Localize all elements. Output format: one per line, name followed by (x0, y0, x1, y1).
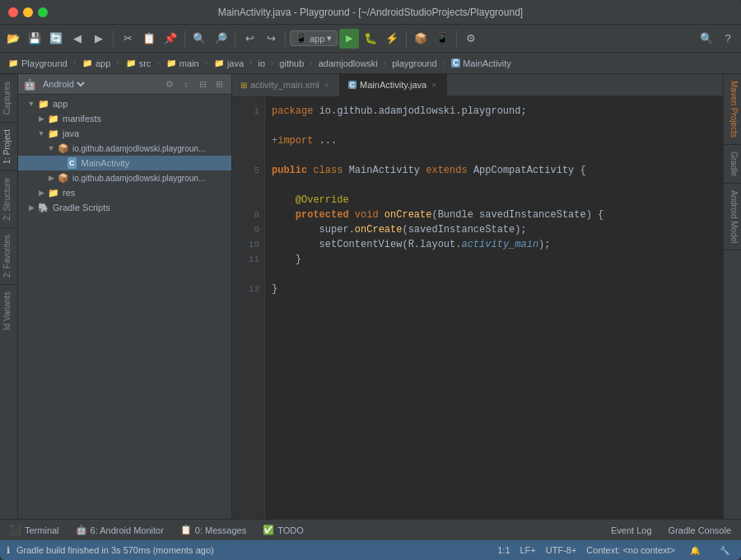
sort-icon[interactable]: ↕ (179, 77, 193, 91)
main-layout: Captures 1: Project 2: Structure 2: Favo… (0, 74, 741, 519)
nav-sep: › (249, 58, 252, 68)
run-button[interactable]: ▶ (339, 29, 359, 49)
android-model-tab[interactable]: Android Model (724, 184, 741, 250)
gradle-tab[interactable]: Gradle (724, 145, 741, 184)
nav-adamjodlowski[interactable]: adamjodlowski (315, 57, 382, 70)
profile-button[interactable]: ⚡ (382, 29, 402, 49)
status-message: Gradle build finished in 3s 570ms (momen… (16, 545, 214, 555)
paste-button[interactable]: 📌 (161, 29, 180, 49)
terminal-icon: ⬛ (10, 525, 21, 535)
code-line-11: } (272, 252, 716, 267)
tree-label-mainactivity: MainActivity (82, 158, 130, 168)
tab-close-xml[interactable]: × (323, 80, 331, 91)
code-editor[interactable]: package io.github.adamjodlowski.playgrou… (265, 97, 723, 519)
tab-close-java[interactable]: × (430, 80, 438, 91)
project-tab[interactable]: 1: Project (0, 122, 17, 170)
nav-app[interactable]: 📁 app (77, 56, 114, 71)
nav-src[interactable]: 📁 src (121, 56, 156, 71)
tree-item-manifests[interactable]: ▶ 📁 manifests (18, 111, 231, 126)
folder-icon: 📁 (125, 58, 137, 69)
tree-item-pkg2[interactable]: ▶ 📦 io.github.adamjodlowski.playgroun... (18, 170, 231, 185)
terminal-tab[interactable]: ⬛ Terminal (3, 523, 66, 537)
gradle-console-btn[interactable]: Gradle Console (662, 524, 738, 537)
line-sep: LF+ (520, 545, 536, 555)
tab-mainactivity-java[interactable]: C MainActivity.java × (340, 74, 447, 96)
nav-io[interactable]: io (254, 57, 269, 70)
tree-item-gradle[interactable]: ▶ 🐘 Gradle Scripts (18, 200, 231, 215)
messages-icon: 📋 (180, 525, 192, 535)
run-config-dropdown[interactable]: 📱 app ▾ (290, 30, 338, 46)
hector-button[interactable]: 🔧 (715, 540, 734, 560)
nav-playground[interactable]: 📁 Playground (3, 56, 72, 71)
tree-item-java[interactable]: ▼ 📁 java (18, 126, 231, 141)
copy-button[interactable]: 📋 (139, 29, 159, 49)
sep5 (406, 30, 407, 47)
view-type-dropdown[interactable]: Android Project (40, 78, 87, 90)
nav-sep: › (384, 58, 386, 68)
code-content[interactable]: 1 5 8 9 10 11 13 package io.github.adamj… (232, 97, 723, 519)
folder-icon: 📁 (48, 187, 59, 198)
tree-item-app[interactable]: ▼ 📁 app (18, 96, 231, 111)
traffic-lights (8, 7, 48, 17)
todo-tab[interactable]: ✅ TODO (256, 523, 310, 537)
scroll-to-center-icon[interactable]: ⊞ (212, 77, 226, 91)
tree-item-mainactivity[interactable]: C MainActivity (18, 156, 231, 170)
sdk-button[interactable]: 📦 (411, 29, 431, 49)
nav-main[interactable]: 📁 main (161, 56, 203, 71)
terminal-label: Terminal (25, 525, 59, 535)
code-line-2 (272, 119, 716, 133)
tab-activity-main-xml[interactable]: ⊞ activity_main.xml × (232, 74, 340, 96)
tree-item-res[interactable]: ▶ 📁 res (18, 185, 231, 200)
search-button[interactable]: 🔍 (189, 29, 209, 49)
android-icon: 🤖 (23, 78, 36, 91)
back-button[interactable]: ◀ (68, 29, 87, 49)
minimize-button[interactable] (23, 7, 33, 17)
gear-icon[interactable]: ⚙ (162, 77, 177, 91)
nav-playground-pkg[interactable]: playground (388, 57, 440, 70)
search-everywhere-button[interactable]: 🔍 (697, 29, 716, 49)
run-config-label: app (310, 34, 324, 44)
save-button[interactable]: 💾 (25, 29, 44, 49)
captures-tab[interactable]: Captures (0, 74, 17, 122)
nav-mainactivity[interactable]: C MainActivity (447, 57, 515, 70)
nav-playground-pkg-label: playground (392, 58, 436, 68)
favorites-tab[interactable]: 2: Favorites (0, 227, 17, 284)
structure-tab[interactable]: 2: Structure (0, 170, 17, 227)
help-button[interactable]: ? (718, 29, 738, 49)
collapse-all-icon[interactable]: ⊟ (195, 77, 210, 91)
tree-item-pkg1[interactable]: ▼ 📦 io.github.adamjodlowski.playgroun... (18, 141, 231, 156)
sep6 (456, 30, 457, 47)
nav-sep: › (156, 58, 159, 68)
status-icon: ℹ (7, 545, 10, 556)
nav-sep: › (443, 58, 445, 68)
sep4 (285, 30, 286, 47)
event-log-btn[interactable]: Event Log (604, 524, 659, 537)
project-panel: 🤖 Android Project ⚙ ↕ ⊟ ⊞ ▼ 📁 app (18, 74, 232, 519)
avd-button[interactable]: 📱 (432, 29, 452, 49)
redo-button[interactable]: ↪ (261, 29, 281, 49)
maximize-button[interactable] (38, 7, 48, 17)
file-tree: ▼ 📁 app ▶ 📁 manifests ▼ 📁 java ▼ (18, 95, 231, 519)
maven-projects-tab[interactable]: Maven Projects (724, 74, 741, 145)
tree-label-res: res (63, 188, 75, 198)
java-icon: C (348, 81, 357, 89)
messages-tab[interactable]: 📋 0: Messages (174, 523, 253, 537)
nav-github[interactable]: github (275, 57, 308, 70)
folder-icon: 📁 (48, 128, 59, 139)
android-monitor-tab[interactable]: 🤖 6: Android Monitor (69, 523, 170, 537)
open-folder-button[interactable]: 📂 (3, 29, 23, 49)
status-bar: ℹ Gradle build finished in 3s 570ms (mom… (0, 540, 741, 560)
undo-button[interactable]: ↩ (240, 29, 259, 49)
nav-main-label: main (179, 58, 199, 68)
close-button[interactable] (8, 7, 18, 17)
notifications-button[interactable]: 🔔 (685, 540, 705, 560)
nav-java[interactable]: 📁 java (209, 56, 248, 71)
replace-button[interactable]: 🔎 (211, 29, 231, 49)
sync-button[interactable]: 🔄 (46, 29, 66, 49)
forward-button[interactable]: ▶ (89, 29, 109, 49)
encoding: UTF-8+ (546, 545, 577, 555)
settings-button[interactable]: ⚙ (461, 29, 481, 49)
cut-button[interactable]: ✂ (118, 29, 137, 49)
debug-button[interactable]: 🐛 (361, 29, 380, 49)
id-variants-tab[interactable]: Id Variants (0, 284, 17, 337)
